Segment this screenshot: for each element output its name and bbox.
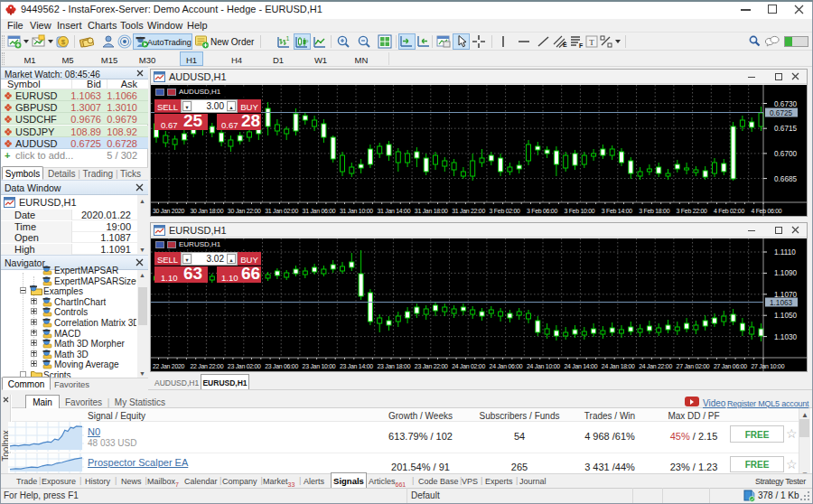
svg-text:24 Jan 18:00: 24 Jan 18:00	[602, 363, 635, 369]
svg-text:31 Jan 02:00: 31 Jan 02:00	[265, 208, 298, 214]
svg-text:0.6685: 0.6685	[774, 175, 797, 183]
svg-text:1: 1	[286, 35, 290, 42]
svg-text:1.1050: 1.1050	[774, 312, 797, 320]
svg-text:23 Jan 18:00: 23 Jan 18:00	[377, 363, 410, 369]
svg-text:3 Feb 06:00: 3 Feb 06:00	[527, 208, 557, 214]
svg-text:1.1030: 1.1030	[774, 333, 797, 341]
svg-text:30 Jan 2020: 30 Jan 2020	[153, 208, 185, 214]
svg-text:T: T	[589, 38, 594, 47]
svg-text:22 Jan 22:00: 22 Jan 22:00	[190, 363, 223, 369]
svg-text:1.1063: 1.1063	[770, 299, 792, 307]
svg-text:o: o	[305, 38, 309, 43]
svg-text:0.6730: 0.6730	[774, 100, 797, 108]
svg-text:24 Jan 06:00: 24 Jan 06:00	[490, 363, 523, 369]
svg-text:31 Jan 22:00: 31 Jan 22:00	[452, 208, 485, 214]
svg-text:$: $	[61, 38, 66, 46]
svg-text:23 Jan 02:00: 23 Jan 02:00	[228, 363, 261, 369]
svg-text:31 Jan 14:00: 31 Jan 14:00	[377, 208, 410, 214]
svg-text:F: F	[579, 42, 584, 49]
svg-text:24 Jan 02:00: 24 Jan 02:00	[452, 363, 485, 369]
svg-text:31 Jan 10:00: 31 Jan 10:00	[340, 208, 373, 214]
svg-text:4 Feb 02:00: 4 Feb 02:00	[714, 208, 744, 214]
svg-text:22 Jan 2020: 22 Jan 2020	[153, 363, 185, 369]
svg-text:24 Jan 22:00: 24 Jan 22:00	[639, 363, 672, 369]
svg-text:1.1090: 1.1090	[774, 269, 797, 277]
svg-text:27 Jan 10:00: 27 Jan 10:00	[751, 363, 784, 369]
svg-text:23 Jan 14:00: 23 Jan 14:00	[340, 363, 373, 369]
svg-text:30 Jan 18:00: 30 Jan 18:00	[190, 208, 223, 214]
svg-text:3 Feb 02:00: 3 Feb 02:00	[490, 208, 520, 214]
svg-text:3 Feb 14:00: 3 Feb 14:00	[602, 208, 632, 214]
svg-text:23 Jan 22:00: 23 Jan 22:00	[415, 363, 448, 369]
svg-text:1.1110: 1.1110	[774, 248, 796, 257]
svg-text:4 Feb 06:00: 4 Feb 06:00	[751, 208, 781, 214]
svg-text:31 Jan 06:00: 31 Jan 06:00	[303, 208, 336, 214]
svg-text:27 Jan 06:00: 27 Jan 06:00	[714, 363, 747, 369]
svg-text:0.6715: 0.6715	[774, 125, 797, 133]
svg-text:27 Jan 02:00: 27 Jan 02:00	[677, 363, 710, 369]
svg-text:23 Jan 10:00: 23 Jan 10:00	[303, 363, 336, 369]
svg-text:30 Jan 22:00: 30 Jan 22:00	[228, 208, 261, 214]
svg-text:1.1070: 1.1070	[774, 291, 797, 299]
svg-text:E: E	[563, 42, 567, 48]
svg-text:3 Feb 22:00: 3 Feb 22:00	[677, 208, 707, 214]
svg-text:31 Jan 18:00: 31 Jan 18:00	[415, 208, 448, 214]
svg-text:3 Feb 10:00: 3 Feb 10:00	[564, 208, 594, 214]
svg-text:3 Feb 18:00: 3 Feb 18:00	[639, 208, 669, 214]
svg-text:0.6725: 0.6725	[770, 109, 792, 117]
svg-text:0.6700: 0.6700	[774, 150, 797, 158]
svg-text:24 Jan 10:00: 24 Jan 10:00	[527, 363, 560, 369]
svg-text:23 Jan 06:00: 23 Jan 06:00	[265, 363, 298, 369]
svg-text:24 Jan 14:00: 24 Jan 14:00	[564, 363, 597, 369]
